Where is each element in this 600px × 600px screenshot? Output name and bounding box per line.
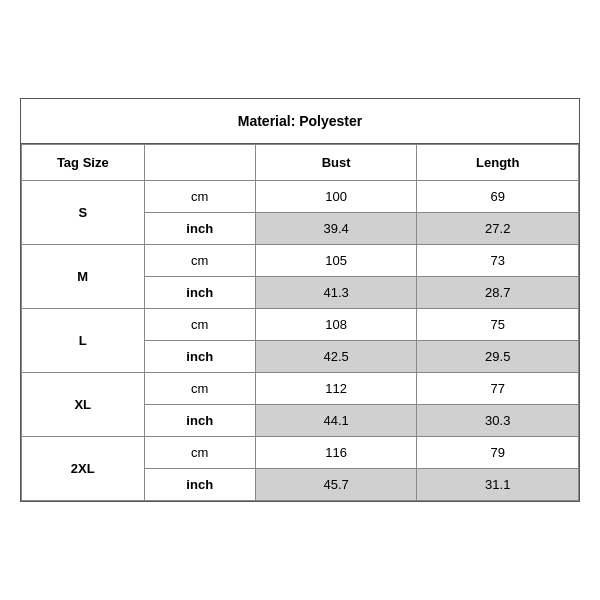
length-cm-value: 79 bbox=[417, 437, 579, 469]
length-inch-value: 30.3 bbox=[417, 405, 579, 437]
table-row: Lcm10875 bbox=[22, 309, 579, 341]
title-row: Material: Polyester bbox=[21, 99, 579, 144]
unit-cm-cell: cm bbox=[144, 309, 255, 341]
tag-size-cell: 2XL bbox=[22, 437, 145, 501]
table-row: Mcm10573 bbox=[22, 245, 579, 277]
bust-cm-value: 112 bbox=[255, 373, 417, 405]
chart-title: Material: Polyester bbox=[238, 113, 363, 129]
table-header: Tag Size Bust Length bbox=[22, 145, 579, 181]
unit-inch-cell: inch bbox=[144, 341, 255, 373]
length-cm-value: 77 bbox=[417, 373, 579, 405]
size-chart-container: Material: Polyester Tag Size Bust Length… bbox=[20, 98, 580, 502]
bust-inch-value: 44.1 bbox=[255, 405, 417, 437]
bust-cm-value: 108 bbox=[255, 309, 417, 341]
unit-cm-cell: cm bbox=[144, 373, 255, 405]
length-inch-value: 31.1 bbox=[417, 469, 579, 501]
table-row: XLcm11277 bbox=[22, 373, 579, 405]
bust-cm-value: 116 bbox=[255, 437, 417, 469]
size-table: Tag Size Bust Length Scm10069inch39.427.… bbox=[21, 144, 579, 501]
unit-inch-cell: inch bbox=[144, 213, 255, 245]
bust-inch-value: 42.5 bbox=[255, 341, 417, 373]
unit-cm-cell: cm bbox=[144, 245, 255, 277]
unit-cm-cell: cm bbox=[144, 437, 255, 469]
tag-size-cell: S bbox=[22, 181, 145, 245]
bust-cm-value: 105 bbox=[255, 245, 417, 277]
length-cm-value: 75 bbox=[417, 309, 579, 341]
header-unit bbox=[144, 145, 255, 181]
length-inch-value: 28.7 bbox=[417, 277, 579, 309]
length-inch-value: 29.5 bbox=[417, 341, 579, 373]
bust-inch-value: 41.3 bbox=[255, 277, 417, 309]
tag-size-cell: XL bbox=[22, 373, 145, 437]
bust-inch-value: 39.4 bbox=[255, 213, 417, 245]
header-tag-size: Tag Size bbox=[22, 145, 145, 181]
header-bust: Bust bbox=[255, 145, 417, 181]
length-cm-value: 73 bbox=[417, 245, 579, 277]
length-inch-value: 27.2 bbox=[417, 213, 579, 245]
tag-size-cell: L bbox=[22, 309, 145, 373]
tag-size-cell: M bbox=[22, 245, 145, 309]
bust-cm-value: 100 bbox=[255, 181, 417, 213]
header-length: Length bbox=[417, 145, 579, 181]
bust-inch-value: 45.7 bbox=[255, 469, 417, 501]
length-cm-value: 69 bbox=[417, 181, 579, 213]
table-row: 2XLcm11679 bbox=[22, 437, 579, 469]
unit-inch-cell: inch bbox=[144, 469, 255, 501]
unit-cm-cell: cm bbox=[144, 181, 255, 213]
unit-inch-cell: inch bbox=[144, 277, 255, 309]
table-row: Scm10069 bbox=[22, 181, 579, 213]
unit-inch-cell: inch bbox=[144, 405, 255, 437]
